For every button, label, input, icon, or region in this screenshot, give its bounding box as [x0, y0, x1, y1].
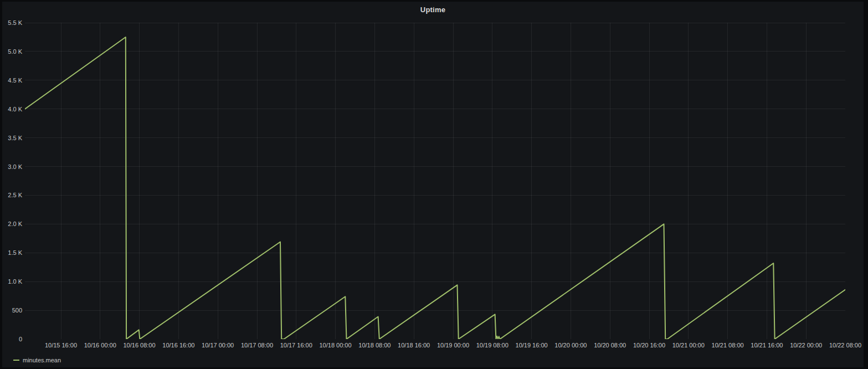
legend-series-label[interactable]: minutes.mean: [23, 357, 61, 363]
y-axis-tick-label: 3.0 K: [3, 163, 22, 171]
y-axis-tick-label: 0: [3, 335, 22, 343]
y-axis-tick-label: 5.0 K: [3, 48, 22, 55]
y-axis-tick-label: 2.0 K: [3, 220, 22, 228]
y-axis-tick-label: 5.5 K: [3, 19, 22, 27]
legend: minutes.mean: [13, 357, 61, 363]
y-axis-tick-label: 1.5 K: [3, 249, 22, 257]
y-axis-tick-label: 3.5 K: [3, 134, 22, 142]
uptime-line-chart[interactable]: [25, 23, 845, 339]
y-axis-tick-label: 1.0 K: [3, 278, 22, 285]
x-axis-tick-label: 10/22 08:00: [820, 342, 868, 349]
uptime-panel: Uptime minutes.mean 05001.0 K1.5 K2.0 K2…: [2, 2, 864, 367]
panel-title[interactable]: Uptime: [2, 6, 864, 14]
y-axis-tick-label: 4.0 K: [3, 105, 22, 113]
y-axis-tick-label: 2.5 K: [3, 191, 22, 199]
y-axis-tick-label: 4.5 K: [3, 76, 22, 84]
legend-series-dash-icon: [13, 360, 19, 361]
y-axis-tick-label: 500: [3, 306, 22, 314]
